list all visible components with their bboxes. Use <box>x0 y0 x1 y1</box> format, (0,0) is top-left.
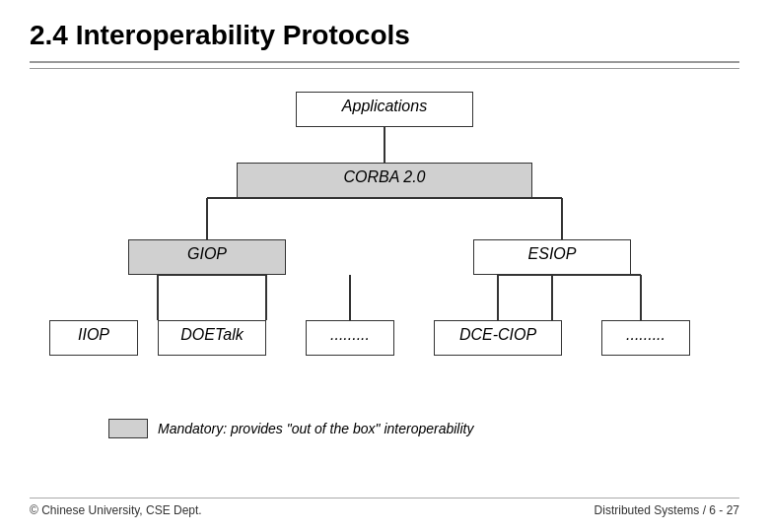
node-dciciop: DCE-CIOP <box>434 320 562 356</box>
legend-area: Mandatory: provides "out of the box" int… <box>108 419 473 438</box>
node-iiop: IIOP <box>49 320 138 356</box>
diagram-area: ApplicationsCORBA 2.0GIOPESIOPIIOPDOETal… <box>30 84 739 493</box>
footer: © Chinese University, CSE Dept. Distribu… <box>30 498 739 517</box>
node-dots2: ......... <box>601 320 690 356</box>
legend-box <box>108 419 148 438</box>
node-corba: CORBA 2.0 <box>237 163 532 198</box>
node-giop: GIOP <box>128 239 286 275</box>
node-esiop: ESIOP <box>473 239 631 275</box>
node-applications: Applications <box>296 92 473 127</box>
footer-left: © Chinese University, CSE Dept. <box>30 503 202 517</box>
legend-text: Mandatory: provides "out of the box" int… <box>158 421 473 436</box>
slide-title: 2.4 Interoperability Protocols <box>30 20 739 51</box>
slide: 2.4 Interoperability Protocols Applicati… <box>0 0 769 532</box>
footer-right: Distributed Systems / 6 - 27 <box>594 503 739 517</box>
node-dots1: ......... <box>306 320 394 356</box>
node-doetalk: DOETalk <box>158 320 266 356</box>
diagram-container: ApplicationsCORBA 2.0GIOPESIOPIIOPDOETal… <box>30 84 759 409</box>
